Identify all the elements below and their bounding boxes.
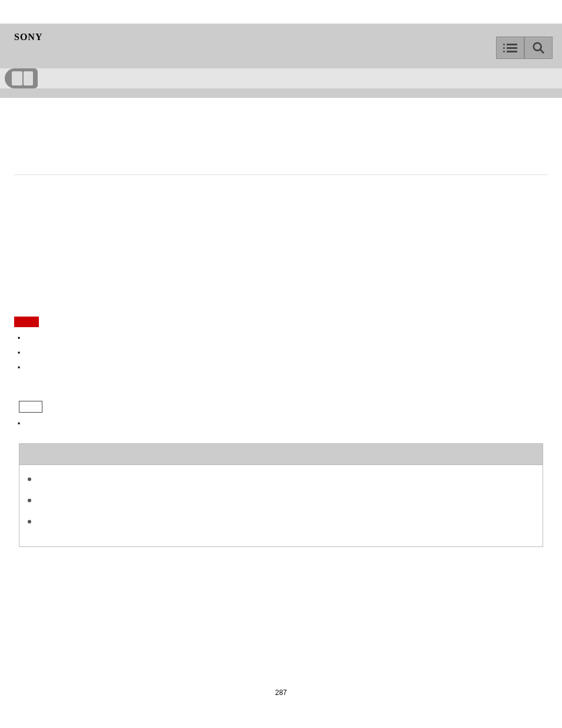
list-item	[31, 495, 531, 516]
search-button[interactable]	[524, 37, 553, 59]
table-header	[19, 444, 543, 465]
content-area: 287	[0, 98, 562, 714]
header-actions	[496, 37, 553, 59]
list-item	[25, 363, 548, 377]
menu-button[interactable]	[496, 37, 524, 59]
svg-point-0	[534, 43, 541, 51]
list-item	[31, 474, 531, 495]
table-bullet-list	[31, 474, 531, 538]
list-item	[25, 348, 548, 363]
menu-icon	[503, 44, 517, 52]
bullet-list-1	[14, 333, 548, 377]
divider	[14, 174, 548, 175]
subheader	[0, 68, 562, 88]
list-item	[31, 516, 531, 538]
list-item	[25, 420, 548, 431]
book-icon[interactable]	[5, 68, 38, 88]
recording-badge	[14, 317, 39, 327]
header: SONY	[0, 24, 562, 68]
icon-box	[19, 401, 42, 413]
table-body	[19, 465, 543, 546]
info-table	[19, 443, 543, 547]
brand-logo: SONY	[14, 32, 42, 42]
search-icon	[532, 41, 545, 54]
list-item	[25, 333, 548, 348]
bullet-list-2	[14, 420, 548, 431]
grey-bar	[0, 88, 562, 98]
page-number: 287	[14, 689, 548, 697]
svg-line-1	[540, 50, 544, 53]
